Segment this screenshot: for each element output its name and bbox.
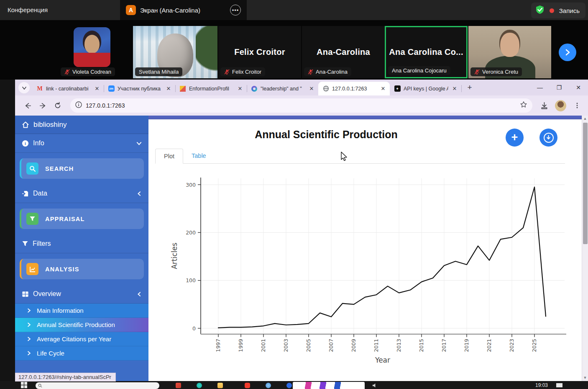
participant-tile-svetlana[interactable]: Svetlana Mihaila xyxy=(133,26,217,78)
search-icon xyxy=(38,384,42,388)
taskbar-app-icon[interactable] xyxy=(176,383,181,388)
window-close-button[interactable]: ✕ xyxy=(569,80,588,95)
tab-plot[interactable]: Plot xyxy=(155,149,183,164)
mic-muted-icon xyxy=(308,69,313,75)
reload-icon[interactable] xyxy=(51,99,64,112)
browser-tab-enformation[interactable]: EnformationProfil ✕ xyxy=(175,82,247,95)
sidebar-item-data[interactable]: Data xyxy=(15,184,148,203)
svg-text:2017: 2017 xyxy=(441,339,447,352)
participant-tile-violeta[interactable]: Violeta Codrean xyxy=(59,26,127,78)
bookmark-star-icon[interactable] xyxy=(520,101,527,110)
app-sidebar: biblioshiny i Info SEARCH Data xyxy=(15,116,148,381)
submenu-item-life-cycle[interactable]: Life Cycle xyxy=(15,346,148,361)
participant-tile-ana-carolina[interactable]: Ana-Carolina Ana-Carolina xyxy=(302,26,385,78)
svg-text:2025: 2025 xyxy=(531,339,537,352)
downloads-icon[interactable] xyxy=(537,99,551,112)
app-main-content: Annual Scientific Production + Plot Tabl… xyxy=(148,116,582,381)
submenu-item-annual-scientific-production[interactable]: Annual Scientific Production xyxy=(15,318,148,332)
sidebar-item-overview[interactable]: Overview xyxy=(15,285,148,304)
address-url[interactable]: 127.0.0.1:7263 xyxy=(86,102,516,109)
svg-text:Articles: Articles xyxy=(170,242,179,269)
more-options-icon[interactable]: ••• xyxy=(230,5,241,15)
screen-share-tab[interactable]: A Экран (Ana-Carolina) ••• xyxy=(120,0,247,20)
taskbar-app-icon[interactable] xyxy=(266,383,271,388)
sidebar-section-analysis[interactable]: ANALYSIS xyxy=(20,259,144,279)
participant-tile-felix[interactable]: Felix Croitor Felix Croitor xyxy=(218,26,301,78)
participant-name-badge: Veronica Cretu xyxy=(470,67,522,76)
tab-close-icon[interactable]: ✕ xyxy=(451,85,458,92)
participant-tile-ana-carolina-cojocaru-active[interactable]: Ana Carolina Co... Ana Carolina Cojocaru xyxy=(385,26,468,78)
browser-menu-icon[interactable] xyxy=(570,99,584,112)
svg-text:Year: Year xyxy=(375,356,390,364)
speaker-icon[interactable] xyxy=(372,383,378,388)
taskbar-search-box[interactable] xyxy=(36,382,159,389)
taskbar-clock[interactable]: 19:03 xyxy=(535,382,548,388)
taskbar-app-icon[interactable] xyxy=(245,383,250,388)
tab-close-icon[interactable]: ✕ xyxy=(308,85,315,92)
avatar xyxy=(74,27,110,67)
chevron-right-icon xyxy=(27,351,31,356)
svg-text:2021: 2021 xyxy=(486,339,492,352)
browser-tabstrip: M link - carolinabarbi ✕ zm Участник пуб… xyxy=(15,80,588,95)
svg-text:2003: 2003 xyxy=(283,339,289,352)
site-info-icon[interactable] xyxy=(75,101,82,110)
scroll-up-icon[interactable]: ▲ xyxy=(582,116,588,122)
add-plot-button[interactable]: + xyxy=(506,129,524,147)
browser-tab-api-keys[interactable]: ✦ API keys | Google A ✕ xyxy=(390,82,461,95)
browser-tab-zoom[interactable]: zm Участник публика ✕ xyxy=(104,82,175,95)
svg-text:0: 0 xyxy=(192,325,196,332)
screen-share-tab-label: Экран (Ana-Carolina) xyxy=(140,7,230,14)
taskbar-app-icon[interactable] xyxy=(197,383,202,388)
browser-tab-leadership[interactable]: "leadership" and " ✕ xyxy=(247,82,318,95)
participant-tile-veronica[interactable]: Veronica Cretu xyxy=(468,26,551,78)
scroll-down-icon[interactable]: ▼ xyxy=(582,375,588,381)
browser-tab-gmail[interactable]: M link - carolinabarbi ✕ xyxy=(32,82,104,95)
profile-avatar[interactable] xyxy=(555,100,566,111)
sidebar-section-search[interactable]: SEARCH xyxy=(20,158,144,179)
page-scrollbar[interactable]: ▲ ▼ xyxy=(582,116,588,381)
back-icon[interactable] xyxy=(21,99,34,112)
sidebar-item-filters[interactable]: Filters xyxy=(15,234,148,253)
submenu-item-main-information[interactable]: Main Information xyxy=(15,304,148,318)
scrollbar-thumb[interactable] xyxy=(583,123,588,244)
next-participants-button[interactable] xyxy=(559,44,576,61)
address-bar[interactable]: 127.0.0.1:7263 xyxy=(70,98,532,113)
window-minimize-button[interactable]: — xyxy=(530,80,550,95)
tab-close-icon[interactable]: ✕ xyxy=(94,85,100,92)
tab-close-icon[interactable]: ✕ xyxy=(380,85,386,92)
taskbar-pinned-widget[interactable] xyxy=(293,382,365,389)
browser-toolbar: 127.0.0.1:7263 xyxy=(15,95,588,116)
forward-icon[interactable] xyxy=(36,99,49,112)
svg-text:1999: 1999 xyxy=(238,339,244,352)
app-brand[interactable]: biblioshiny xyxy=(15,116,148,134)
sidebar-section-appraisal[interactable]: APPRAISAL xyxy=(20,209,144,229)
participant-name-badge: Svetlana Mihaila xyxy=(135,67,182,76)
participant-name-badge: Ana-Carolina xyxy=(304,67,351,76)
meeting-title: Конференция xyxy=(8,6,48,13)
tab-close-icon[interactable]: ✕ xyxy=(165,85,172,92)
taskbar-app-icon[interactable] xyxy=(286,383,292,388)
overview-submenu: Main Information Annual Scientific Produ… xyxy=(15,304,148,361)
chevron-right-icon xyxy=(27,308,31,313)
svg-text:i: i xyxy=(25,141,26,146)
submenu-item-average-citations-per-year[interactable]: Average Citations per Year xyxy=(15,332,148,346)
chevron-right-icon xyxy=(27,337,31,341)
new-tab-button[interactable]: + xyxy=(464,82,476,93)
recording-indicator[interactable]: Запись xyxy=(531,3,585,18)
browser-tab-localhost-active[interactable]: 127.0.0.1:7263 ✕ xyxy=(318,82,390,95)
svg-text:1997: 1997 xyxy=(215,339,221,352)
tab-table[interactable]: Table xyxy=(183,149,215,163)
tab-search-icon[interactable] xyxy=(18,82,30,93)
show-desktop-button[interactable] xyxy=(556,383,562,387)
recording-dot-icon xyxy=(550,8,554,13)
recording-label: Запись xyxy=(559,7,580,14)
windows-start-icon[interactable] xyxy=(21,382,27,388)
tab-close-icon[interactable]: ✕ xyxy=(237,85,243,92)
security-shield-icon[interactable] xyxy=(535,5,545,16)
sidebar-item-info[interactable]: i Info xyxy=(15,134,148,153)
taskbar-folder-icon[interactable] xyxy=(217,383,223,388)
export-download-button[interactable] xyxy=(539,129,557,147)
home-icon xyxy=(22,121,29,129)
window-restore-button[interactable]: ❐ xyxy=(550,80,569,95)
mic-muted-icon xyxy=(64,69,70,75)
